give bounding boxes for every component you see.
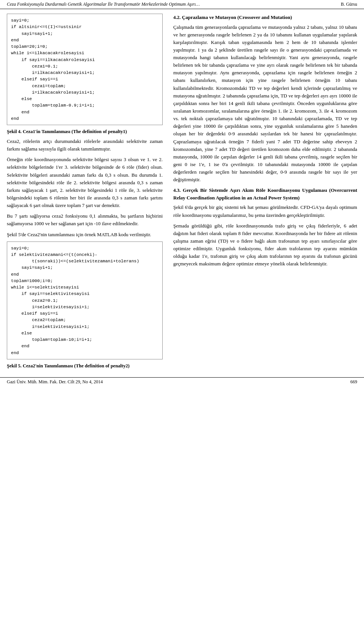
paragraph-3: Şekil 5'de Ceza2'nin tanımlanması için ö…	[7, 231, 163, 238]
header-title-left: Ceza Fonksiyonuyla Durdurmalı Genetik Al…	[7, 2, 200, 7]
main-content: sayi=0; if altsinir<=t(I)<=ustsinir sayi…	[0, 9, 364, 372]
fig4-body-text: Ceza2, rölelerin artçı durumundaki rölel…	[7, 138, 163, 153]
page: Ceza Fonksiyonuyla Durdurmalı Genetik Al…	[0, 0, 364, 386]
section43-heading-text: 4.3. Gerçek Bir Sistemde Aşırı Akım Röle…	[173, 187, 357, 201]
code-block-1: sayi=0; if altsinir<=t(I)<=ustsinir sayi…	[7, 14, 163, 125]
page-footer: Gazi Üniv. Müh. Mim. Fak. Der. Cilt 29, …	[0, 377, 364, 386]
fig5-caption: Şekil 5. Ceza2'nin Tanımlanması (The def…	[7, 363, 163, 369]
fig4-caption-text: Şekil 4. Ceza1'in Tanımlanması (The defi…	[7, 129, 127, 134]
section43-p2: Şemada görüldüğü gibi, röle koordinasyon…	[173, 222, 357, 268]
right-column: 4.2. Çaprazlama ve Mutasyon (Crossover a…	[168, 14, 357, 372]
section42-heading: 4.2. Çaprazlama ve Mutasyon (Crossover a…	[173, 14, 357, 21]
footer-left: Gazi Üniv. Müh. Mim. Fak. Der. Cilt 29, …	[7, 379, 103, 385]
section43-p1: Şekil 6'da gerçek bir güç sistemi tek ha…	[173, 204, 357, 219]
left-column: sayi=0; if altsinir<=t(I)<=ustsinir sayi…	[7, 14, 168, 372]
section42-p1: Çalışmada tüm generasyonlarda çaprazlama…	[173, 24, 357, 184]
paragraph-1: Örneğin röle koordinasyonunda selektivit…	[7, 156, 163, 209]
paragraph-2: Bu 7 şartı sağlıyorsa ceza2 fonksiyonu 0…	[7, 212, 163, 227]
fig4-caption: Şekil 4. Ceza1'in Tanımlanması (The defi…	[7, 129, 163, 135]
section43-heading: 4.3. Gerçek Bir Sistemde Aşırı Akım Röle…	[173, 187, 357, 201]
code-block-2: sayi=0; if selektivitezamani<=(t(onceki)…	[7, 242, 163, 359]
section42-heading-text: 4.2. Çaprazlama ve Mutasyon (Crossover a…	[173, 14, 292, 20]
page-header: Ceza Fonksiyonuyla Durdurmalı Genetik Al…	[0, 0, 364, 9]
footer-right: 669	[350, 379, 357, 385]
header-title-right: B. Gürsu	[341, 2, 357, 7]
fig5-caption-text: Şekil 5. Ceza2'nin Tanımlanması (The def…	[7, 363, 130, 369]
